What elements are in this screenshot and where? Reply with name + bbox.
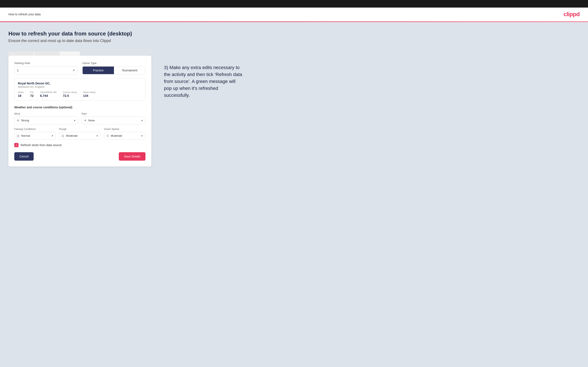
tab-hint-1 xyxy=(9,51,34,56)
save-button[interactable]: Save Details xyxy=(119,152,146,161)
slope-rating-value: 134 xyxy=(83,94,95,97)
form-container: Starting Hole 1 10 ▼ Game Type Practi xyxy=(9,51,151,167)
fairway-select[interactable]: Normal Soft Firm xyxy=(21,134,50,137)
conditions-row-2: Fairway Conditions ◎ Normal Soft Firm ▼ xyxy=(14,128,146,140)
course-rating-label: Course rating xyxy=(63,91,77,93)
game-type-group: Game Type Practice Tournament xyxy=(82,61,146,74)
yards-value: 6,744 xyxy=(40,94,57,97)
holes-label: Holes xyxy=(18,91,24,93)
wind-select[interactable]: Strong None Light Moderate xyxy=(21,119,73,122)
header: How to refresh your data clippd xyxy=(0,8,588,21)
wind-label: Wind xyxy=(14,112,78,115)
game-type-label: Game Type xyxy=(82,61,146,65)
game-type-toggle: Practice Tournament xyxy=(82,66,146,74)
rain-select-wrapper[interactable]: ✦ None Light Heavy ▼ xyxy=(82,117,146,124)
refresh-checkbox-row: Refresh shots from data source xyxy=(14,143,146,147)
page-title: How to refresh your data from source (de… xyxy=(9,30,579,37)
logo: clippd xyxy=(564,11,579,18)
fairway-label: Fairway Conditions xyxy=(14,128,56,131)
stat-par: Par 72 xyxy=(30,91,34,97)
content-area: Starting Hole 1 10 ▼ Game Type Practi xyxy=(9,51,579,167)
button-row: Cancel Save Details xyxy=(14,152,146,161)
side-note-text: 3) Make any extra edits necessary to the… xyxy=(164,64,244,99)
wind-icon: ≋ xyxy=(17,118,19,122)
green-speed-select[interactable]: Moderate Slow Fast xyxy=(111,134,140,137)
course-name: Royal North Devon GC, xyxy=(18,82,142,85)
course-location: Westward Ho!, England xyxy=(18,85,142,88)
header-title: How to refresh your data xyxy=(9,13,41,16)
green-speed-arrow: ▼ xyxy=(141,134,143,137)
rough-icon: ◎ xyxy=(61,134,64,138)
rain-label: Rain xyxy=(82,112,146,115)
refresh-label[interactable]: Refresh shots from data source xyxy=(21,143,62,147)
stat-holes: Holes 18 xyxy=(18,91,24,97)
rain-select[interactable]: None Light Heavy xyxy=(88,119,140,122)
form-card: Starting Hole 1 10 ▼ Game Type Practi xyxy=(9,56,151,167)
rain-group: Rain ✦ None Light Heavy ▼ xyxy=(82,112,146,124)
fairway-select-wrapper[interactable]: ◎ Normal Soft Firm ▼ xyxy=(14,132,56,140)
starting-hole-group: Starting Hole 1 10 ▼ xyxy=(14,61,77,74)
tab-hint-2 xyxy=(35,51,60,56)
wind-group: Wind ≋ Strong None Light Moderate ▼ xyxy=(14,112,78,124)
rough-label: Rough xyxy=(59,128,101,131)
wind-arrow: ▼ xyxy=(74,119,76,122)
conditions-title: Weather and course conditions (optional) xyxy=(14,106,146,109)
yards-label: Yards/White (M) xyxy=(40,91,57,93)
slope-rating-label: Slope rating xyxy=(83,91,95,93)
tab-hints xyxy=(9,51,80,56)
green-speed-label: Green Speed xyxy=(104,128,146,131)
top-bar xyxy=(0,0,588,8)
side-note: 3) Make any extra edits necessary to the… xyxy=(164,51,244,99)
rough-group: Rough ◎ Moderate Light Heavy ▼ xyxy=(59,128,101,140)
rain-icon: ✦ xyxy=(84,118,86,122)
course-rating-value: 72.5 xyxy=(63,94,77,97)
stat-slope-rating: Slope rating 134 xyxy=(83,91,95,97)
logo-text: clippd xyxy=(564,11,579,17)
starting-hole-label: Starting Hole xyxy=(14,61,77,65)
page-subtitle: Ensure the correct and most up to date d… xyxy=(9,39,579,43)
practice-button[interactable]: Practice xyxy=(83,67,114,74)
refresh-checkbox[interactable] xyxy=(14,143,18,147)
par-value: 72 xyxy=(30,94,34,97)
rough-select[interactable]: Moderate Light Heavy xyxy=(66,134,95,137)
course-info-box: Royal North Devon GC, Westward Ho!, Engl… xyxy=(14,79,146,100)
starting-hole-select[interactable]: 1 10 xyxy=(15,67,77,74)
green-speed-select-wrapper[interactable]: ⊙ Moderate Slow Fast ▼ xyxy=(104,132,146,140)
fairway-icon: ◎ xyxy=(17,134,19,138)
green-speed-icon: ⊙ xyxy=(106,134,109,138)
starting-hole-select-wrapper[interactable]: 1 10 ▼ xyxy=(14,66,77,74)
form-row-top: Starting Hole 1 10 ▼ Game Type Practi xyxy=(14,61,146,74)
green-speed-group: Green Speed ⊙ Moderate Slow Fast ▼ xyxy=(104,128,146,140)
main-content: How to refresh your data from source (de… xyxy=(0,22,588,364)
footer: Copyright Clippd 2022 xyxy=(0,364,588,367)
fairway-group: Fairway Conditions ◎ Normal Soft Firm ▼ xyxy=(14,128,56,140)
rough-select-wrapper[interactable]: ◎ Moderate Light Heavy ▼ xyxy=(59,132,101,140)
rough-arrow: ▼ xyxy=(96,134,98,137)
wind-rain-row: Wind ≋ Strong None Light Moderate ▼ xyxy=(14,112,146,124)
rain-arrow: ▼ xyxy=(141,119,143,122)
stat-yards: Yards/White (M) 6,744 xyxy=(40,91,57,97)
stat-course-rating: Course rating 72.5 xyxy=(63,91,77,97)
holes-value: 18 xyxy=(18,94,24,97)
wind-select-wrapper[interactable]: ≋ Strong None Light Moderate ▼ xyxy=(14,117,78,124)
tournament-button[interactable]: Tournament xyxy=(114,67,145,74)
cancel-button[interactable]: Cancel xyxy=(14,152,34,161)
fairway-arrow: ▼ xyxy=(51,134,53,137)
par-label: Par xyxy=(30,91,34,93)
course-stats: Holes 18 Par 72 Yards/White (M) 6,744 xyxy=(18,91,142,97)
